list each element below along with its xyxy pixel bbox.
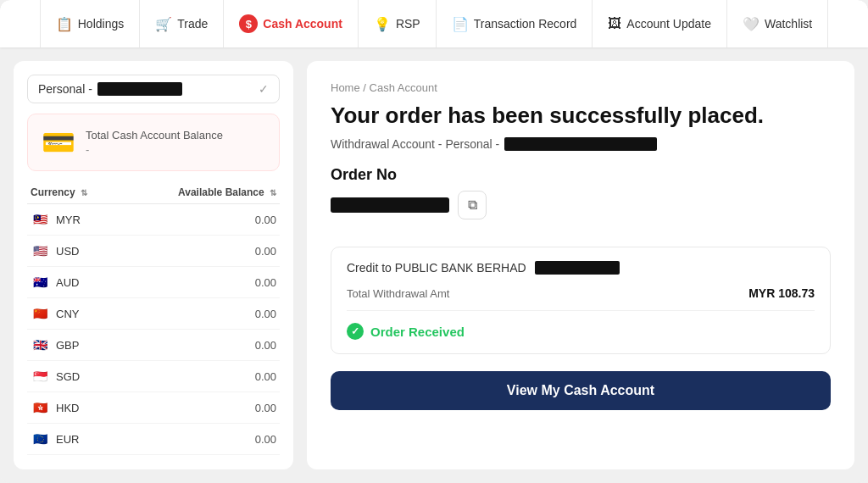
order-number-row: ⧉ bbox=[331, 191, 831, 219]
currency-col-header: Currency ⇅ bbox=[27, 181, 122, 204]
currency-flag: 🇺🇸 bbox=[31, 242, 49, 260]
breadcrumb-current: Cash Account bbox=[370, 81, 437, 94]
balance-label: Total Cash Account Balance bbox=[86, 129, 223, 142]
watchlist-icon: 🤍 bbox=[743, 16, 760, 32]
table-row: 🇪🇺 EUR 0.00 bbox=[27, 424, 280, 455]
currency-code: SGD bbox=[56, 370, 80, 383]
balance-value: - bbox=[86, 143, 223, 156]
currency-flag: 🇲🇾 bbox=[31, 210, 49, 229]
withdrawal-amt-label: Total Withdrawal Amt bbox=[347, 287, 449, 300]
currency-cell: 🇭🇰 HKD bbox=[27, 392, 122, 424]
breadcrumb-separator: / bbox=[363, 81, 366, 94]
order-received-row: ✓ Order Received bbox=[347, 323, 815, 340]
currency-code: MYR bbox=[56, 214, 81, 226]
nav-bar: 📋 Holdings 🛒 Trade $ Cash Account 💡 RSP … bbox=[0, 0, 868, 47]
currency-code: USD bbox=[56, 245, 79, 258]
balance-col-header: Available Balance ⇅ bbox=[122, 181, 280, 204]
table-row: 🇸🇬 SGD 0.00 bbox=[27, 361, 280, 392]
nav-label-cash-account: Cash Account bbox=[263, 17, 342, 31]
currency-cell: 🇲🇾 MYR bbox=[27, 204, 122, 236]
balance-cell: 0.00 bbox=[122, 392, 280, 424]
sort-icon-currency[interactable]: ⇅ bbox=[81, 188, 87, 197]
balance-cell: 0.00 bbox=[122, 267, 280, 298]
success-title: Your order has been successfully placed. bbox=[331, 103, 831, 129]
order-received-check-icon: ✓ bbox=[347, 323, 364, 340]
order-number-redacted bbox=[331, 197, 449, 213]
nav-item-trade[interactable]: 🛒 Trade bbox=[140, 0, 224, 47]
balance-cell: 0.00 bbox=[122, 330, 280, 361]
view-cash-account-button[interactable]: View My Cash Account bbox=[331, 371, 831, 410]
balance-cell: 0.00 bbox=[122, 298, 280, 330]
currency-cell: 🇨🇳 CNY bbox=[27, 298, 122, 330]
transaction-icon: 📄 bbox=[452, 16, 469, 32]
currency-flag: 🇭🇰 bbox=[31, 398, 49, 417]
balance-card: 💳 Total Cash Account Balance - bbox=[27, 114, 280, 171]
account-selector-label: Personal - bbox=[38, 82, 92, 96]
currency-flag: 🇸🇬 bbox=[31, 367, 49, 386]
nav-label-holdings: Holdings bbox=[78, 17, 124, 31]
order-received-text: Order Received bbox=[370, 325, 465, 339]
right-panel: Home / Cash Account Your order has been … bbox=[307, 61, 854, 469]
currency-cell: 🇸🇬 SGD bbox=[27, 361, 122, 392]
account-selector-left: Personal - bbox=[38, 82, 182, 96]
nav-item-account-update[interactable]: 🖼 Account Update bbox=[593, 0, 727, 47]
balance-cell: 0.00 bbox=[122, 361, 280, 392]
holdings-icon: 📋 bbox=[56, 16, 73, 32]
currency-code: GBP bbox=[56, 339, 79, 352]
currency-flag: 🇨🇳 bbox=[31, 304, 49, 323]
nav-label-watchlist: Watchlist bbox=[765, 17, 812, 31]
order-label: Order No bbox=[331, 166, 831, 184]
table-row: 🇨🇳 CNY 0.00 bbox=[27, 298, 280, 330]
wallet-icon: 💳 bbox=[42, 126, 75, 158]
credit-row: Credit to PUBLIC BANK BERHAD bbox=[347, 261, 815, 275]
withdrawal-prefix: Withdrawal Account - Personal - bbox=[331, 137, 499, 151]
currency-flag: 🇬🇧 bbox=[31, 336, 49, 354]
currency-code: AUD bbox=[56, 276, 79, 289]
currency-code: EUR bbox=[56, 433, 79, 446]
check-icon: ✓ bbox=[259, 82, 269, 96]
order-section: Order No ⧉ bbox=[331, 166, 831, 233]
app-container: 📋 Holdings 🛒 Trade $ Cash Account 💡 RSP … bbox=[0, 0, 868, 483]
sort-icon-balance[interactable]: ⇅ bbox=[270, 188, 276, 197]
nav-label-account-update: Account Update bbox=[626, 17, 711, 31]
currency-cell: 🇪🇺 EUR bbox=[27, 424, 122, 455]
currency-cell: 🇺🇸 USD bbox=[27, 236, 122, 267]
table-row: 🇺🇸 USD 0.00 bbox=[27, 236, 280, 267]
account-selector[interactable]: Personal - ✓ bbox=[27, 75, 280, 103]
copy-button[interactable]: ⧉ bbox=[458, 191, 487, 219]
nav-item-transaction-record[interactable]: 📄 Transaction Record bbox=[437, 0, 593, 47]
currency-flag: 🇦🇺 bbox=[31, 273, 49, 291]
nav-item-watchlist[interactable]: 🤍 Watchlist bbox=[727, 0, 828, 47]
table-row: 🇦🇺 AUD 0.00 bbox=[27, 267, 280, 298]
table-row: 🇭🇰 HKD 0.00 bbox=[27, 392, 280, 424]
account-update-icon: 🖼 bbox=[608, 16, 621, 31]
currency-flag: 🇪🇺 bbox=[31, 430, 49, 448]
nav-item-cash-account[interactable]: $ Cash Account bbox=[224, 0, 359, 47]
balance-cell: 0.00 bbox=[122, 424, 280, 455]
left-panel: Personal - ✓ 💳 Total Cash Account Balanc… bbox=[14, 61, 293, 469]
credit-prefix: Credit to PUBLIC BANK BERHAD bbox=[347, 261, 526, 275]
account-redacted bbox=[97, 82, 182, 96]
table-row: 🇲🇾 MYR 0.00 bbox=[27, 204, 280, 236]
currency-code: CNY bbox=[56, 308, 79, 320]
currency-code: HKD bbox=[56, 402, 79, 414]
breadcrumb: Home / Cash Account bbox=[331, 81, 831, 94]
breadcrumb-home: Home bbox=[331, 81, 360, 94]
currency-table: Currency ⇅ Available Balance ⇅ 🇲🇾 MYR bbox=[27, 181, 280, 455]
withdrawal-amt-row: Total Withdrawal Amt MYR 108.73 bbox=[347, 286, 815, 311]
balance-cell: 0.00 bbox=[122, 204, 280, 236]
currency-cell: 🇦🇺 AUD bbox=[27, 267, 122, 298]
nav-label-transaction-record: Transaction Record bbox=[474, 17, 577, 31]
main-content: Personal - ✓ 💳 Total Cash Account Balanc… bbox=[0, 47, 868, 483]
currency-cell: 🇬🇧 GBP bbox=[27, 330, 122, 361]
balance-info: Total Cash Account Balance - bbox=[86, 129, 223, 156]
table-row: 🇬🇧 GBP 0.00 bbox=[27, 330, 280, 361]
credit-bank-redacted bbox=[535, 261, 620, 275]
nav-item-rsp[interactable]: 💡 RSP bbox=[359, 0, 437, 47]
withdrawal-account-redacted bbox=[504, 137, 657, 151]
nav-item-holdings[interactable]: 📋 Holdings bbox=[40, 0, 140, 47]
balance-cell: 0.00 bbox=[122, 236, 280, 267]
trade-icon: 🛒 bbox=[155, 16, 172, 32]
withdrawal-amt-value: MYR 108.73 bbox=[748, 286, 815, 300]
rsp-icon: 💡 bbox=[374, 16, 391, 32]
